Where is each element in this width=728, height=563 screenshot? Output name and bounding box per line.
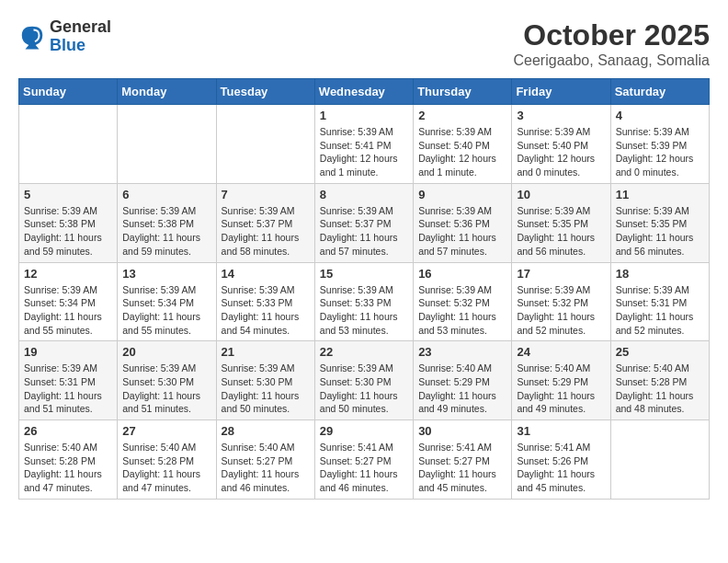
calendar-day-cell: 23Sunrise: 5:40 AMSunset: 5:29 PMDayligh… xyxy=(414,341,512,420)
calendar-day-cell: 1Sunrise: 5:39 AMSunset: 5:41 PMDaylight… xyxy=(314,105,413,184)
calendar-week-row: 26Sunrise: 5:40 AMSunset: 5:28 PMDayligh… xyxy=(19,420,710,500)
calendar-day-cell: 6Sunrise: 5:39 AMSunset: 5:38 PMDaylight… xyxy=(118,183,216,262)
calendar-day-cell: 18Sunrise: 5:39 AMSunset: 5:31 PMDayligh… xyxy=(610,262,709,341)
calendar-day-cell: 20Sunrise: 5:39 AMSunset: 5:30 PMDayligh… xyxy=(118,341,216,420)
day-number: 13 xyxy=(122,267,210,281)
calendar-day-cell: 13Sunrise: 5:39 AMSunset: 5:34 PMDayligh… xyxy=(118,262,216,341)
logo-general-text: General xyxy=(50,18,111,37)
calendar-day-header: Sunday xyxy=(19,79,118,105)
day-number: 5 xyxy=(24,188,112,201)
calendar-day-cell: 9Sunrise: 5:39 AMSunset: 5:36 PMDaylight… xyxy=(414,183,512,262)
calendar-day-cell: 24Sunrise: 5:40 AMSunset: 5:29 PMDayligh… xyxy=(512,341,610,420)
calendar-day-cell: 10Sunrise: 5:39 AMSunset: 5:35 PMDayligh… xyxy=(512,183,610,262)
calendar-week-row: 19Sunrise: 5:39 AMSunset: 5:31 PMDayligh… xyxy=(19,341,710,420)
day-info: Sunrise: 5:40 AMSunset: 5:29 PMDaylight:… xyxy=(517,362,605,416)
day-number: 25 xyxy=(616,345,704,359)
day-number: 7 xyxy=(222,188,310,201)
day-info: Sunrise: 5:39 AMSunset: 5:34 PMDaylight:… xyxy=(24,283,112,338)
day-info: Sunrise: 5:39 AMSunset: 5:32 PMDaylight:… xyxy=(418,283,506,338)
page-header: General Blue October 2025 Ceerigaabo, Sa… xyxy=(18,18,710,69)
calendar-day-cell: 26Sunrise: 5:40 AMSunset: 5:28 PMDayligh… xyxy=(19,420,118,500)
day-info: Sunrise: 5:39 AMSunset: 5:38 PMDaylight:… xyxy=(122,204,210,259)
day-info: Sunrise: 5:39 AMSunset: 5:37 PMDaylight:… xyxy=(222,204,310,259)
day-number: 18 xyxy=(616,267,704,281)
calendar-day-header: Friday xyxy=(512,79,610,105)
day-info: Sunrise: 5:41 AMSunset: 5:27 PMDaylight:… xyxy=(418,441,506,495)
day-number: 9 xyxy=(418,188,506,201)
day-number: 22 xyxy=(320,345,408,359)
day-info: Sunrise: 5:39 AMSunset: 5:31 PMDaylight:… xyxy=(616,283,704,338)
day-info: Sunrise: 5:41 AMSunset: 5:27 PMDaylight:… xyxy=(320,441,408,495)
day-info: Sunrise: 5:39 AMSunset: 5:35 PMDaylight:… xyxy=(616,204,704,259)
title-area: October 2025 Ceerigaabo, Sanaag, Somalia xyxy=(514,18,710,69)
day-info: Sunrise: 5:39 AMSunset: 5:31 PMDaylight:… xyxy=(24,362,112,416)
day-info: Sunrise: 5:39 AMSunset: 5:33 PMDaylight:… xyxy=(320,283,408,338)
day-number: 28 xyxy=(222,424,310,438)
calendar-day-cell: 27Sunrise: 5:40 AMSunset: 5:28 PMDayligh… xyxy=(118,420,216,500)
day-number: 6 xyxy=(122,188,210,201)
calendar-week-row: 12Sunrise: 5:39 AMSunset: 5:34 PMDayligh… xyxy=(19,262,710,341)
day-number: 15 xyxy=(320,267,408,281)
day-info: Sunrise: 5:40 AMSunset: 5:28 PMDaylight:… xyxy=(24,441,112,495)
day-number: 10 xyxy=(517,188,605,201)
day-info: Sunrise: 5:39 AMSunset: 5:33 PMDaylight:… xyxy=(222,283,310,338)
calendar-day-cell: 16Sunrise: 5:39 AMSunset: 5:32 PMDayligh… xyxy=(414,262,512,341)
day-number: 11 xyxy=(616,188,704,201)
day-info: Sunrise: 5:39 AMSunset: 5:35 PMDaylight:… xyxy=(517,204,605,259)
calendar-day-cell: 14Sunrise: 5:39 AMSunset: 5:33 PMDayligh… xyxy=(216,262,314,341)
calendar-day-cell: 7Sunrise: 5:39 AMSunset: 5:37 PMDaylight… xyxy=(216,183,314,262)
calendar-day-header: Tuesday xyxy=(216,79,314,105)
calendar-day-cell: 30Sunrise: 5:41 AMSunset: 5:27 PMDayligh… xyxy=(414,420,512,500)
calendar-day-cell xyxy=(19,105,118,184)
calendar-day-header: Wednesday xyxy=(314,79,413,105)
day-info: Sunrise: 5:41 AMSunset: 5:26 PMDaylight:… xyxy=(517,441,605,495)
day-number: 27 xyxy=(122,424,210,438)
day-number: 12 xyxy=(24,267,112,281)
day-info: Sunrise: 5:39 AMSunset: 5:38 PMDaylight:… xyxy=(24,204,112,259)
calendar-day-cell xyxy=(610,420,709,500)
calendar-header-row: SundayMondayTuesdayWednesdayThursdayFrid… xyxy=(19,79,710,105)
logo-icon xyxy=(18,23,46,51)
day-number: 17 xyxy=(517,267,605,281)
calendar-day-cell xyxy=(216,105,314,184)
day-number: 29 xyxy=(320,424,408,438)
day-number: 31 xyxy=(517,424,605,438)
day-number: 14 xyxy=(222,267,310,281)
day-info: Sunrise: 5:39 AMSunset: 5:30 PMDaylight:… xyxy=(222,362,310,416)
day-info: Sunrise: 5:40 AMSunset: 5:28 PMDaylight:… xyxy=(122,441,210,495)
day-number: 1 xyxy=(320,109,408,122)
day-info: Sunrise: 5:39 AMSunset: 5:36 PMDaylight:… xyxy=(418,204,506,259)
calendar-day-header: Thursday xyxy=(414,79,512,105)
day-info: Sunrise: 5:39 AMSunset: 5:41 PMDaylight:… xyxy=(320,125,408,179)
day-number: 20 xyxy=(122,345,210,359)
day-info: Sunrise: 5:40 AMSunset: 5:28 PMDaylight:… xyxy=(616,362,704,416)
day-number: 19 xyxy=(24,345,112,359)
day-number: 4 xyxy=(616,109,704,122)
calendar-week-row: 1Sunrise: 5:39 AMSunset: 5:41 PMDaylight… xyxy=(19,105,710,184)
calendar-table: SundayMondayTuesdayWednesdayThursdayFrid… xyxy=(18,78,710,500)
calendar-day-cell: 28Sunrise: 5:40 AMSunset: 5:27 PMDayligh… xyxy=(216,420,314,500)
day-info: Sunrise: 5:40 AMSunset: 5:27 PMDaylight:… xyxy=(222,441,310,495)
day-info: Sunrise: 5:39 AMSunset: 5:30 PMDaylight:… xyxy=(122,362,210,416)
day-info: Sunrise: 5:40 AMSunset: 5:29 PMDaylight:… xyxy=(418,362,506,416)
day-info: Sunrise: 5:39 AMSunset: 5:39 PMDaylight:… xyxy=(616,125,704,179)
calendar-day-cell: 25Sunrise: 5:40 AMSunset: 5:28 PMDayligh… xyxy=(610,341,709,420)
day-info: Sunrise: 5:39 AMSunset: 5:34 PMDaylight:… xyxy=(122,283,210,338)
day-number: 26 xyxy=(24,424,112,438)
logo-blue-text: Blue xyxy=(50,37,111,55)
day-info: Sunrise: 5:39 AMSunset: 5:37 PMDaylight:… xyxy=(320,204,408,259)
day-number: 30 xyxy=(418,424,506,438)
day-info: Sunrise: 5:39 AMSunset: 5:40 PMDaylight:… xyxy=(517,125,605,179)
calendar-day-cell xyxy=(118,105,216,184)
calendar-day-cell: 19Sunrise: 5:39 AMSunset: 5:31 PMDayligh… xyxy=(19,341,118,420)
calendar-day-cell: 4Sunrise: 5:39 AMSunset: 5:39 PMDaylight… xyxy=(610,105,709,184)
calendar-day-cell: 8Sunrise: 5:39 AMSunset: 5:37 PMDaylight… xyxy=(314,183,413,262)
calendar-day-cell: 3Sunrise: 5:39 AMSunset: 5:40 PMDaylight… xyxy=(512,105,610,184)
calendar-day-cell: 22Sunrise: 5:39 AMSunset: 5:30 PMDayligh… xyxy=(314,341,413,420)
day-number: 2 xyxy=(418,109,506,122)
calendar-day-cell: 2Sunrise: 5:39 AMSunset: 5:40 PMDaylight… xyxy=(414,105,512,184)
location-subtitle: Ceerigaabo, Sanaag, Somalia xyxy=(514,52,710,69)
calendar-day-cell: 21Sunrise: 5:39 AMSunset: 5:30 PMDayligh… xyxy=(216,341,314,420)
day-info: Sunrise: 5:39 AMSunset: 5:30 PMDaylight:… xyxy=(320,362,408,416)
calendar-day-header: Monday xyxy=(118,79,216,105)
